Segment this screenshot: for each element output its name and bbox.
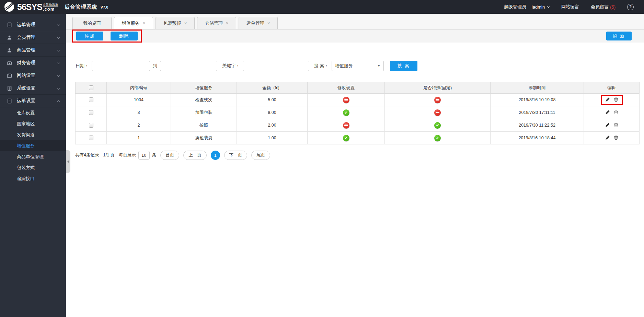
sidebar-item-4[interactable]: 网站设置 xyxy=(0,69,66,82)
date-from-input[interactable] xyxy=(92,61,150,71)
disabled-forbidden-icon[interactable] xyxy=(343,122,349,129)
current-page-button[interactable]: 1 xyxy=(211,151,220,160)
sidebar-item-3[interactable]: 财务管理 xyxy=(0,57,66,69)
sidebar-subitem-label: 发货渠道 xyxy=(17,132,35,138)
services-table: 内部编号增值服务金额（¥）修改设置是否特殊(固定)添加时间编辑 1004检查残次… xyxy=(75,82,640,144)
waybill-doc-icon xyxy=(7,98,12,104)
tab-仓储管理[interactable]: 仓储管理× xyxy=(197,17,236,29)
enabled-check-icon[interactable]: ✔ xyxy=(434,135,441,141)
tab-close-icon[interactable]: × xyxy=(143,21,146,25)
cell-service: 拍照 xyxy=(171,119,237,132)
edit-pencil-icon[interactable] xyxy=(605,122,610,127)
disabled-forbidden-icon[interactable] xyxy=(434,109,441,116)
sidebar-subitem[interactable]: 仓库设置 xyxy=(0,107,66,118)
table-row: 3加固包装8.00✔2019/7/30 17:11:11 xyxy=(76,106,640,119)
tab-label: 仓储管理 xyxy=(205,20,223,26)
sidebar-item-5[interactable]: 系统设置 xyxy=(0,82,66,95)
table-row: 1换包装袋1.00✔✔2019/8/16 10:18:44 xyxy=(76,132,640,144)
disabled-forbidden-icon[interactable] xyxy=(434,97,441,103)
cell-special-status xyxy=(385,94,491,106)
member-messages-count: (5) xyxy=(610,4,616,10)
date-to-label: 到 xyxy=(153,63,157,69)
select-all-checkbox[interactable] xyxy=(89,85,93,90)
enabled-check-icon[interactable]: ✔ xyxy=(343,109,349,116)
row-checkbox[interactable] xyxy=(89,123,93,128)
filter-row: 日期： 到 关键字： 搜 索： 增值服务 ▼ 搜 索 xyxy=(76,61,644,71)
tab-close-icon[interactable]: × xyxy=(226,21,229,25)
sidebar-item-label: 网站设置 xyxy=(17,72,35,79)
disabled-forbidden-icon[interactable] xyxy=(343,97,349,103)
select-caret-icon: ▼ xyxy=(378,64,380,68)
search-type-select[interactable]: 增值服务 ▼ xyxy=(332,61,384,71)
sidebar-item-2[interactable]: 商品管理 xyxy=(0,44,66,57)
cell-id: 1004 xyxy=(107,94,171,106)
tab-close-icon[interactable]: × xyxy=(184,21,187,25)
sidebar-item-0[interactable]: 运单管理 xyxy=(0,19,66,31)
enabled-check-icon[interactable]: ✔ xyxy=(343,135,349,141)
sidebar-subitem-label: 增值服务 xyxy=(17,143,35,149)
help-icon[interactable]: ? xyxy=(627,4,634,10)
waybill-doc-icon xyxy=(7,22,12,27)
cell-edit xyxy=(584,106,640,119)
tab-我的桌面[interactable]: 我的桌面 xyxy=(72,17,112,29)
member-messages-link[interactable]: 会员留言 (5) xyxy=(591,4,616,10)
tab-close-icon[interactable]: × xyxy=(267,21,270,25)
chevron-down-icon xyxy=(57,23,60,26)
cell-amount: 8.00 xyxy=(237,106,308,119)
delete-trash-icon[interactable] xyxy=(614,97,618,102)
cell-amount: 5.00 xyxy=(237,94,308,106)
tab-label: 我的桌面 xyxy=(83,20,101,26)
tab-运单管理[interactable]: 运单管理× xyxy=(239,17,278,29)
row-checkbox-cell xyxy=(76,119,107,132)
chevron-down-icon xyxy=(547,5,550,8)
sidebar-item-1[interactable]: 会员管理 xyxy=(0,31,66,44)
per-page-input[interactable]: 10 xyxy=(138,151,150,160)
row-checkbox-cell xyxy=(76,94,107,106)
first-page-button[interactable]: 首页 xyxy=(160,151,179,160)
edit-pencil-icon[interactable] xyxy=(605,110,610,115)
user-dropdown[interactable]: iadmin xyxy=(532,4,550,10)
tab-label: 增值服务 xyxy=(122,20,140,26)
row-checkbox[interactable] xyxy=(89,136,93,140)
username: iadmin xyxy=(532,4,545,10)
edit-pencil-icon[interactable] xyxy=(605,135,610,140)
pagination: 共有4条记录 1/1 页 每页展示 10 条 首页 上一页 1 下一页 尾页 xyxy=(75,151,644,160)
cell-modify-status: ✔ xyxy=(308,106,385,119)
enabled-check-icon[interactable]: ✔ xyxy=(434,122,441,129)
edit-pencil-icon[interactable] xyxy=(605,97,610,102)
tab-label: 运单管理 xyxy=(246,20,264,26)
delete-trash-icon[interactable] xyxy=(614,110,618,114)
sidebar-collapse-handle[interactable] xyxy=(66,150,70,173)
sidebar-subitem[interactable]: 商品单位管理 xyxy=(0,151,66,162)
prev-page-button[interactable]: 上一页 xyxy=(183,151,207,160)
tab-label: 包裹预报 xyxy=(163,20,181,26)
tab-增值服务[interactable]: 增值服务× xyxy=(114,17,153,29)
row-checkbox[interactable] xyxy=(89,97,93,102)
delete-button[interactable]: 删除 xyxy=(111,32,138,40)
site-messages-link[interactable]: 网站留言 xyxy=(561,4,579,10)
sidebar-subitem[interactable]: 发货渠道 xyxy=(0,129,66,140)
sidebar-subitem[interactable]: 包装方式 xyxy=(0,162,66,173)
keyword-input[interactable] xyxy=(243,61,309,71)
table-body: 1004检查残次5.002019/8/16 10:19:083加固包装8.00✔… xyxy=(76,94,640,144)
user-icon xyxy=(7,35,12,40)
delete-trash-icon[interactable] xyxy=(614,122,618,127)
cell-service: 检查残次 xyxy=(171,94,237,106)
delete-trash-icon[interactable] xyxy=(614,135,618,140)
tab-bar: 我的桌面增值服务×包裹预报×仓储管理×运单管理× xyxy=(66,14,644,30)
sidebar-subitem[interactable]: 增值服务 xyxy=(0,140,66,151)
sidebar-item-6[interactable]: 运单设置 xyxy=(0,95,66,107)
annotation-box-toolbar: 添加 删除 xyxy=(72,30,142,43)
sidebar-subitem[interactable]: 国家地区 xyxy=(0,118,66,129)
date-to-input[interactable] xyxy=(160,61,217,71)
add-button[interactable]: 添加 xyxy=(76,32,103,40)
column-header: 增值服务 xyxy=(171,82,237,94)
row-checkbox[interactable] xyxy=(89,110,93,115)
tab-包裹预报[interactable]: 包裹预报× xyxy=(156,17,195,29)
next-page-button[interactable]: 下一页 xyxy=(224,151,248,160)
search-button[interactable]: 搜 索 xyxy=(390,61,417,71)
sidebar-subitem[interactable]: 追踪接口 xyxy=(0,173,66,184)
refresh-button[interactable]: 刷 新 xyxy=(606,32,632,40)
last-page-button[interactable]: 尾页 xyxy=(251,151,270,160)
per-page-label: 每页展示 xyxy=(119,152,136,158)
